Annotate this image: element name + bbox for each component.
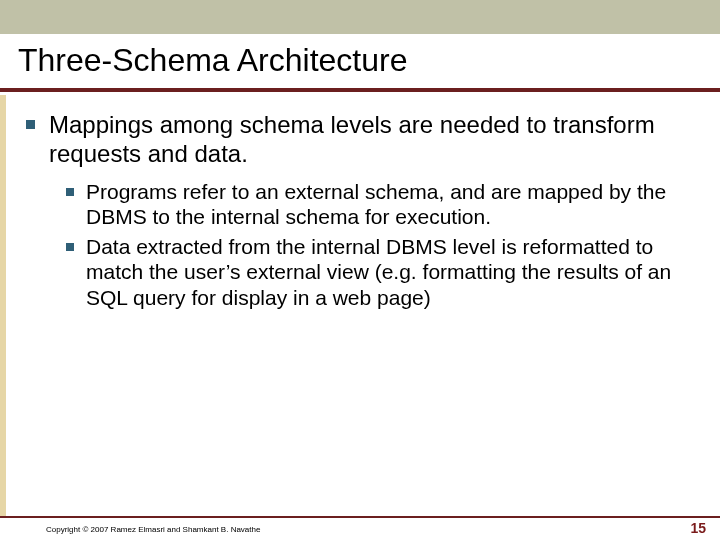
- top-band: [0, 0, 720, 34]
- square-bullet-icon: [66, 188, 74, 196]
- bullet-text-sub2: Data extracted from the internal DBMS le…: [86, 234, 694, 311]
- list-item: Data extracted from the internal DBMS le…: [66, 234, 694, 311]
- title-rule: [0, 88, 720, 92]
- title-area: Three-Schema Architecture: [18, 42, 702, 79]
- page-number: 15: [690, 520, 706, 536]
- list-item: Programs refer to an external schema, an…: [66, 179, 694, 230]
- square-bullet-icon: [66, 243, 74, 251]
- footer-rule: [0, 516, 720, 518]
- bullet-text-main: Mappings among schema levels are needed …: [49, 110, 694, 169]
- slide-title: Three-Schema Architecture: [18, 42, 702, 79]
- list-item: Mappings among schema levels are needed …: [26, 110, 694, 169]
- copyright-text: Copyright © 2007 Ramez Elmasri and Shamk…: [46, 525, 260, 534]
- slide: Three-Schema Architecture Mappings among…: [0, 0, 720, 540]
- content-area: Mappings among schema levels are needed …: [26, 110, 694, 315]
- bullet-text-sub1: Programs refer to an external schema, an…: [86, 179, 694, 230]
- accent-vertical: [0, 95, 6, 518]
- square-bullet-icon: [26, 120, 35, 129]
- sub-list: Programs refer to an external schema, an…: [66, 179, 694, 311]
